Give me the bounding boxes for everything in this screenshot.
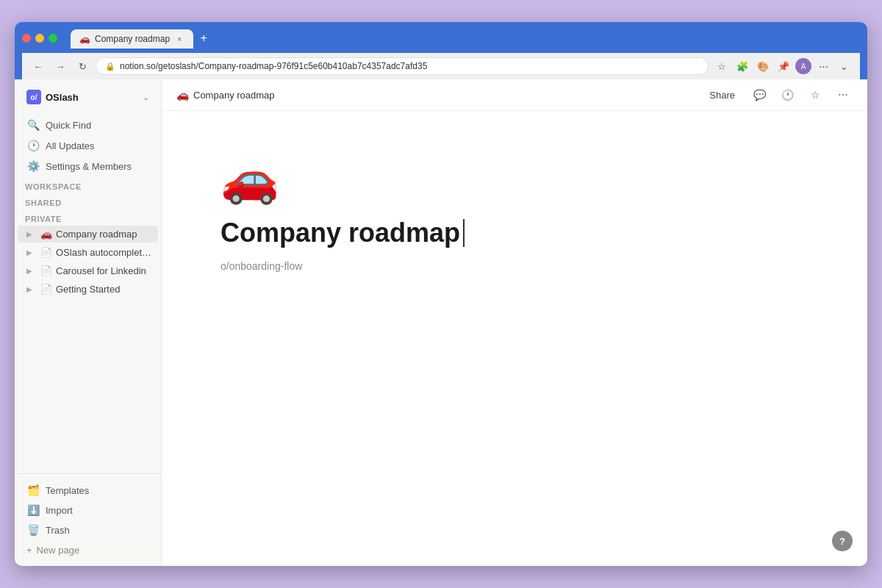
workspace-chevron-icon: ⌄ <box>143 93 149 102</box>
main-content: 🚗 Company roadmap Share 💬 🕐 ☆ ⋯ 🚗 Compan… <box>162 79 867 566</box>
search-icon: 🔍 <box>26 119 40 131</box>
user-avatar[interactable]: A <box>795 58 811 74</box>
import-label: Import <box>46 505 73 516</box>
sidebar-item-quick-find[interactable]: 🔍 Quick Find <box>18 115 158 135</box>
new-page-plus-icon: + <box>26 545 32 556</box>
oslash-autocomplete-label: OSlash autocomplete ... <box>56 247 152 258</box>
share-button[interactable]: Share <box>703 87 741 104</box>
browser-topbar: 🚗 Company roadmap × + <box>22 28 860 49</box>
workspace-section-label: WORKSPACE <box>15 176 161 193</box>
workspace-name: OSlash <box>46 92 138 103</box>
sidebar-item-settings[interactable]: ⚙️ Settings & Members <box>18 157 158 176</box>
bookmark-icon[interactable]: ☆ <box>713 57 731 75</box>
company-roadmap-page-label: Company roadmap <box>56 229 152 240</box>
comment-button[interactable]: 💬 <box>750 85 769 104</box>
trash-label: Trash <box>46 525 70 536</box>
page-chevron-icon: ▶ <box>26 230 37 238</box>
tab-favicon: 🚗 <box>79 34 90 44</box>
title-cursor <box>463 219 465 247</box>
sidebar-item-templates[interactable]: 🗂️ Templates <box>18 481 158 500</box>
address-bar[interactable]: 🔒 notion.so/getoslash/Company-roadmap-97… <box>96 57 709 75</box>
traffic-lights <box>22 34 57 43</box>
nav-refresh-button[interactable]: ↻ <box>74 57 91 75</box>
sidebar: o/ OSlash ⌄ 🔍 Quick Find 🕐 All Updates ⚙… <box>15 79 162 566</box>
page-title[interactable]: Company roadmap <box>220 217 808 248</box>
favorite-button[interactable]: ☆ <box>806 85 825 104</box>
sidebar-item-carousel-linkedin[interactable]: ▶ 📄 Carousel for Linkedin <box>18 262 158 279</box>
browser-tab-active[interactable]: 🚗 Company roadmap × <box>71 29 193 49</box>
sidebar-bottom: 🗂️ Templates ⬇️ Import 🗑️ Trash + New pa… <box>15 473 161 566</box>
browser-chrome: 🚗 Company roadmap × + ← → ↻ 🔒 notion.so/… <box>15 22 867 79</box>
new-tab-button[interactable]: + <box>193 28 214 49</box>
breadcrumb-icon: 🚗 <box>176 89 189 101</box>
workspace-selector[interactable]: o/ OSlash ⌄ <box>18 82 158 112</box>
new-page-button[interactable]: + New page <box>18 540 158 560</box>
doc-page-icon: 📄 <box>40 284 53 295</box>
page-header: 🚗 Company roadmap Share 💬 🕐 ☆ ⋯ <box>162 79 867 111</box>
settings-icon: ⚙️ <box>26 160 40 172</box>
traffic-light-yellow[interactable] <box>35 34 44 43</box>
all-updates-label: All Updates <box>46 140 94 151</box>
traffic-light-red[interactable] <box>22 34 31 43</box>
getting-started-label: Getting Started <box>56 284 152 295</box>
page-emoji[interactable]: 🚗 <box>220 155 808 202</box>
breadcrumb: 🚗 Company roadmap <box>176 89 703 101</box>
private-section-label: PRIVATE <box>15 209 161 225</box>
breadcrumb-title: Company roadmap <box>193 90 275 101</box>
templates-label: Templates <box>46 485 89 496</box>
quick-find-label: Quick Find <box>46 120 91 131</box>
doc-page-icon: 📄 <box>40 247 53 258</box>
sidebar-item-company-roadmap[interactable]: ▶ 🚗 Company roadmap <box>18 226 158 243</box>
tab-title: Company roadmap <box>95 34 170 44</box>
address-lock-icon: 🔒 <box>105 62 115 71</box>
help-button[interactable]: ? <box>832 531 853 551</box>
page-chevron-icon: ▶ <box>26 248 37 257</box>
import-icon: ⬇️ <box>26 504 40 516</box>
browser-more-button[interactable]: ⋯ <box>814 57 832 75</box>
doc-page-icon: 📄 <box>40 265 53 276</box>
browser-navbar: ← → ↻ 🔒 notion.so/getoslash/Company-road… <box>22 53 860 79</box>
page-title-text: Company roadmap <box>220 217 460 248</box>
browser-chevron-down[interactable]: ⌄ <box>835 57 853 75</box>
updates-icon: 🕐 <box>26 140 40 151</box>
trash-icon: 🗑️ <box>26 524 40 536</box>
traffic-light-green[interactable] <box>49 34 57 43</box>
puzzle-icon[interactable]: 🎨 <box>754 57 772 75</box>
extension-icon[interactable]: 🧩 <box>734 57 751 75</box>
address-url: notion.so/getoslash/Company-roadmap-976f… <box>120 61 699 71</box>
page-chevron-icon: ▶ <box>26 285 37 293</box>
page-subtitle: o/onboarding-flow <box>220 260 808 272</box>
app-layout: o/ OSlash ⌄ 🔍 Quick Find 🕐 All Updates ⚙… <box>15 79 867 566</box>
browser-window: 🚗 Company roadmap × + ← → ↻ 🔒 notion.so/… <box>15 22 867 566</box>
shared-section-label: SHARED <box>15 193 161 209</box>
browser-tabs: 🚗 Company roadmap × + <box>71 28 860 49</box>
pin-icon[interactable]: 📌 <box>775 57 792 75</box>
nav-back-button[interactable]: ← <box>29 57 47 75</box>
new-page-label: New page <box>37 545 80 556</box>
nav-actions: ☆ 🧩 🎨 📌 A ⋯ ⌄ <box>713 57 853 75</box>
page-more-button[interactable]: ⋯ <box>833 85 853 104</box>
tab-close-button[interactable]: × <box>174 34 184 44</box>
sidebar-item-all-updates[interactable]: 🕐 All Updates <box>18 136 158 155</box>
sidebar-item-import[interactable]: ⬇️ Import <box>18 501 158 520</box>
car-page-icon: 🚗 <box>40 229 53 240</box>
carousel-linkedin-label: Carousel for Linkedin <box>56 265 152 276</box>
sidebar-item-getting-started[interactable]: ▶ 📄 Getting Started <box>18 281 158 298</box>
settings-label: Settings & Members <box>46 161 132 172</box>
header-actions: Share 💬 🕐 ☆ ⋯ <box>703 85 853 104</box>
templates-icon: 🗂️ <box>26 484 40 496</box>
sidebar-item-trash[interactable]: 🗑️ Trash <box>18 520 158 539</box>
workspace-icon: o/ <box>26 90 41 104</box>
nav-forward-button[interactable]: → <box>51 57 69 75</box>
page-chevron-icon: ▶ <box>26 267 37 275</box>
history-button[interactable]: 🕐 <box>778 85 797 104</box>
sidebar-item-oslash-autocomplete[interactable]: ▶ 📄 OSlash autocomplete ... <box>18 244 158 261</box>
page-body: 🚗 Company roadmap o/onboarding-flow <box>162 111 867 566</box>
